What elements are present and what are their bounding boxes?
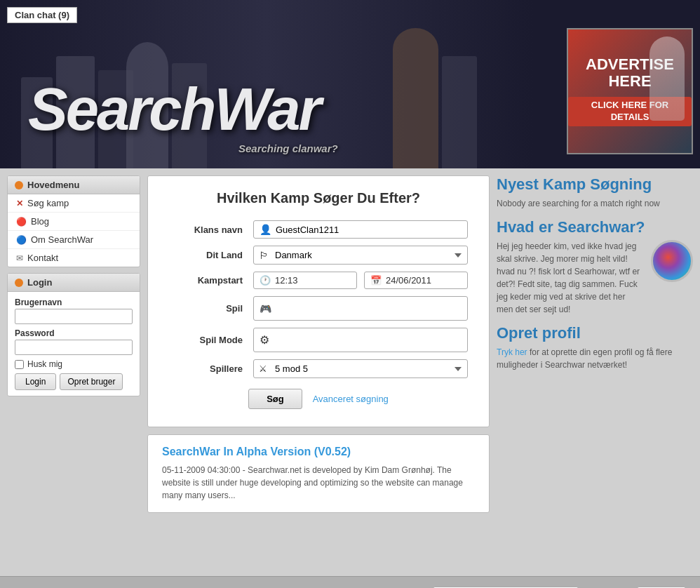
date-field: 📅 24/06/2011 <box>364 272 468 289</box>
kampstart-field: 🕐 12:13 📅 24/06/2011 <box>253 272 468 289</box>
kampstart-row: Kampstart 🕐 12:13 📅 24/06/2011 <box>169 272 468 289</box>
gap-area <box>0 520 700 562</box>
alpha-box: SearchWar In Alpha Version (V0.52) 05-11… <box>147 434 490 513</box>
klans-navn-input-wrapper: 👤 <box>253 220 468 239</box>
main-container: Hovedmenu ✕ Søg kamp 🔴 Blog 🔵 Om SearchW… <box>0 168 700 520</box>
opret-bruger-button[interactable]: Opret bruger <box>60 373 123 390</box>
spillere-field: ⚔ 5 mod 5 <box>253 359 468 378</box>
login-buttons: Login Opret bruger <box>15 373 133 390</box>
page-header: SearchWar Searching clanwar? Clan chat (… <box>0 0 700 168</box>
dit-land-label: Dit Land <box>169 250 253 260</box>
main-menu-section: Hovedmenu ✕ Søg kamp 🔴 Blog 🔵 Om SearchW… <box>7 175 140 267</box>
dit-land-wrapper: 🏳 Danmark <box>253 246 468 265</box>
header-tagline: Searching clanwar? <box>238 142 338 154</box>
right-sidebar: Nyest Kamp Søgning Nobody are searching … <box>497 175 693 513</box>
nyest-kamp-section: Nyest Kamp Søgning Nobody are searching … <box>497 175 693 210</box>
remember-me-row: Husk mig <box>15 359 133 369</box>
page-footer: Copyright 2010 © SearchWar.net Time Zone… <box>0 576 700 588</box>
spil-wrapper: 🎮 <box>253 296 468 321</box>
tryk-her-link[interactable]: Tryk her <box>497 347 527 357</box>
dit-land-select[interactable]: Danmark <box>253 246 468 265</box>
spillere-row: Spillere ⚔ 5 mod 5 <box>169 359 468 378</box>
person-icon: 👤 <box>260 224 271 235</box>
om-icon: 🔵 <box>16 235 27 245</box>
hvad-text: Hej jeg heeder kim, ved ikke hvad jeg sk… <box>497 240 644 316</box>
center-content: Hvilken Kamp Søger Du Efter? Klans navn … <box>147 175 490 513</box>
remember-checkbox[interactable] <box>15 360 24 369</box>
gamepad-icon: 🎮 <box>260 303 271 314</box>
advanced-search-link[interactable]: Avanceret søgning <box>313 394 389 404</box>
calendar-icon: 📅 <box>370 275 382 286</box>
klans-navn-row: Klans navn 👤 <box>169 220 468 239</box>
alpha-text: 05-11-2009 04:30:00 - Searchwar.net is d… <box>162 464 475 502</box>
opret-title: Opret profil <box>497 324 693 342</box>
dit-land-row: Dit Land 🏳 Danmark <box>169 246 468 265</box>
username-input[interactable] <box>15 309 133 324</box>
sidebar: Hovedmenu ✕ Søg kamp 🔴 Blog 🔵 Om SearchW… <box>7 175 140 513</box>
search-button[interactable]: Søg <box>248 389 302 409</box>
klans-navn-label: Klans navn <box>169 225 253 235</box>
hvad-section: Hvad er Searchwar? Hej jeg heeder kim, v… <box>497 218 693 316</box>
logo-text: SearchWar <box>28 76 320 142</box>
date-value: 24/06/2011 <box>386 275 431 286</box>
login-form: Brugernavn Password Husk mig Login Opret… <box>8 292 140 396</box>
spil-select[interactable] <box>276 300 462 317</box>
spil-label: Spil <box>169 303 253 314</box>
x-icon: ✕ <box>16 199 23 208</box>
hvad-title: Hvad er Searchwar? <box>497 218 693 236</box>
search-form: Hvilken Kamp Søger Du Efter? Klans navn … <box>147 175 490 427</box>
spil-mode-wrapper: ⚙ <box>253 328 468 352</box>
search-title: Hvilken Kamp Søger Du Efter? <box>169 190 468 206</box>
sidebar-item-soeg-kamp[interactable]: ✕ Søg kamp <box>8 194 140 213</box>
nyest-kamp-title: Nyest Kamp Søgning <box>497 175 693 194</box>
spil-field: 🎮 <box>253 296 468 321</box>
login-header[interactable]: Login <box>8 274 140 292</box>
nyest-kamp-text: Nobody are searching for a match right n… <box>497 197 693 210</box>
ad-banner[interactable]: ADVERTISE HERE CLICK HERE FOR DETAILS <box>567 28 693 154</box>
password-input[interactable] <box>15 340 133 355</box>
password-label: Password <box>15 328 133 338</box>
login-section: Login Brugernavn Password Husk mig Login… <box>7 273 140 396</box>
blog-icon: 🔴 <box>16 217 27 227</box>
sidebar-item-blog[interactable]: 🔴 Blog <box>8 213 140 231</box>
spil-mode-select[interactable] <box>274 331 462 349</box>
main-menu-header[interactable]: Hovedmenu <box>8 176 140 194</box>
mascot-image <box>651 240 693 282</box>
clock-icon: 🕐 <box>260 275 271 286</box>
klans-navn-field: 👤 <box>253 220 468 239</box>
spil-mode-row: Spil Mode ⚙ <box>169 328 468 352</box>
dit-land-field: 🏳 Danmark <box>253 246 468 265</box>
kampstart-inputs: 🕐 12:13 📅 24/06/2011 <box>253 272 468 289</box>
swords-icon: ⚔ <box>259 363 267 374</box>
klans-navn-input[interactable] <box>276 225 462 235</box>
kontakt-icon: ✉ <box>16 253 23 263</box>
sidebar-item-om-searchwar[interactable]: 🔵 Om SearchWar <box>8 231 140 249</box>
menu-indicator <box>15 181 23 189</box>
search-buttons: Søg Avanceret søgning <box>169 389 468 409</box>
spil-mode-label: Spil Mode <box>169 335 253 345</box>
spil-mode-field: ⚙ <box>253 328 468 352</box>
header-background: SearchWar Searching clanwar? <box>0 0 533 168</box>
opret-section: Opret profil Tryk her for at oprette din… <box>497 324 693 371</box>
alpha-title: SearchWar In Alpha Version (V0.52) <box>162 446 475 458</box>
opret-text: Tryk her for at oprette din egen profil … <box>497 346 693 371</box>
spillere-select[interactable]: 5 mod 5 <box>253 359 468 378</box>
header-logo: SearchWar <box>28 75 320 144</box>
spillere-label: Spillere <box>169 363 253 374</box>
sidebar-item-kontakt[interactable]: ✉ Kontakt <box>8 249 140 267</box>
spil-row: Spil 🎮 <box>169 296 468 321</box>
clan-chat-button[interactable]: Clan chat (9) <box>7 7 77 23</box>
time-value: 12:13 <box>275 275 298 286</box>
kampstart-label: Kampstart <box>169 275 253 286</box>
username-label: Brugernavn <box>15 298 133 307</box>
time-field: 🕐 12:13 <box>253 272 357 289</box>
login-button[interactable]: Login <box>15 373 56 390</box>
hvad-content: Hej jeg heeder kim, ved ikke hvad jeg sk… <box>497 240 693 316</box>
spillere-wrapper: ⚔ 5 mod 5 <box>253 359 468 378</box>
login-indicator <box>15 279 23 287</box>
gear-icon: ⚙ <box>260 333 269 347</box>
